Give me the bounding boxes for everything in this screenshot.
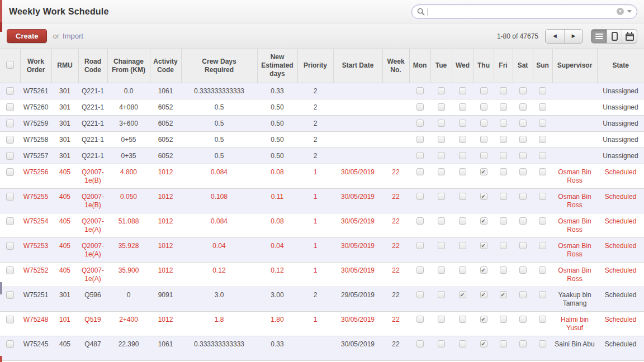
day-checkbox-thu[interactable] [480, 291, 487, 298]
day-checkbox-sat[interactable] [519, 152, 527, 159]
col-priority[interactable]: Priority [297, 49, 333, 83]
day-checkbox-wed[interactable] [459, 291, 466, 298]
col-sun[interactable]: Sun [533, 49, 552, 83]
day-checkbox-sat[interactable] [519, 87, 527, 94]
day-checkbox-wed[interactable] [459, 217, 466, 225]
row-select-checkbox[interactable] [6, 168, 14, 176]
table-row[interactable]: W75245405Q48722.39010610.3333333333330.3… [0, 336, 644, 360]
col-select-all[interactable] [0, 49, 20, 83]
day-checkbox-mon[interactable] [416, 152, 424, 159]
day-checkbox-wed[interactable] [459, 340, 466, 347]
day-checkbox-wed[interactable] [459, 103, 466, 111]
row-select-checkbox[interactable] [6, 152, 14, 160]
day-checkbox-sun[interactable] [539, 87, 546, 94]
day-checkbox-thu[interactable] [480, 103, 487, 111]
day-checkbox-wed[interactable] [459, 266, 466, 274]
day-checkbox-sat[interactable] [519, 316, 527, 323]
day-checkbox-fri[interactable] [500, 316, 507, 323]
col-chainage-from[interactable]: Chainage From (KM) [107, 49, 150, 83]
day-checkbox-mon[interactable] [416, 316, 424, 323]
row-select-checkbox[interactable] [6, 120, 14, 127]
day-checkbox-mon[interactable] [416, 266, 424, 274]
day-checkbox-wed[interactable] [459, 120, 466, 127]
row-select-checkbox[interactable] [6, 316, 14, 323]
day-checkbox-wed[interactable] [459, 168, 466, 175]
table-row[interactable]: W75254405Q2007-1e(A)51.08810120.0840.081… [0, 213, 644, 237]
day-checkbox-sat[interactable] [519, 291, 527, 298]
day-checkbox-wed[interactable] [459, 242, 466, 249]
col-week-no[interactable]: Week No. [382, 49, 409, 83]
row-select-checkbox[interactable] [6, 242, 14, 250]
day-checkbox-mon[interactable] [416, 120, 424, 127]
day-checkbox-sun[interactable] [539, 168, 546, 175]
row-select-checkbox[interactable] [6, 136, 14, 144]
col-fri[interactable]: Fri [494, 49, 513, 83]
day-checkbox-tue[interactable] [438, 340, 445, 347]
day-checkbox-wed[interactable] [459, 87, 466, 94]
table-row[interactable]: W75257301Q221-10+3560520.50.502Unassigne… [0, 147, 644, 164]
col-start-date[interactable]: Start Date [333, 49, 382, 83]
table-row[interactable]: W75258301Q221-10+5560520.50.502Unassigne… [0, 131, 644, 147]
day-checkbox-tue[interactable] [438, 217, 445, 225]
day-checkbox-tue[interactable] [438, 242, 445, 249]
col-mon[interactable]: Mon [409, 49, 430, 83]
day-checkbox-sun[interactable] [539, 103, 546, 111]
day-checkbox-tue[interactable] [438, 120, 445, 127]
day-checkbox-fri[interactable] [500, 103, 507, 111]
col-crew-days-required[interactable]: Crew Days Required [181, 49, 257, 83]
day-checkbox-sun[interactable] [539, 340, 546, 347]
select-all-checkbox[interactable] [6, 61, 14, 69]
day-checkbox-fri[interactable] [500, 120, 507, 127]
row-select-checkbox[interactable] [6, 340, 14, 348]
day-checkbox-thu[interactable] [480, 242, 487, 249]
day-checkbox-sat[interactable] [519, 168, 527, 175]
table-row[interactable]: W75252405Q2007-1e(A)35.90010120.120.1213… [0, 262, 644, 287]
day-checkbox-thu[interactable] [480, 120, 487, 127]
col-work-order[interactable]: Work Order [20, 49, 51, 83]
day-checkbox-tue[interactable] [438, 136, 445, 143]
day-checkbox-sun[interactable] [539, 193, 546, 200]
day-checkbox-thu[interactable] [480, 340, 487, 347]
search-dropdown-icon[interactable] [627, 10, 632, 13]
day-checkbox-sun[interactable] [539, 266, 546, 274]
day-checkbox-mon[interactable] [416, 87, 424, 94]
import-link[interactable]: Import [63, 32, 83, 40]
row-select-checkbox[interactable] [6, 193, 14, 201]
col-tue[interactable]: Tue [430, 49, 452, 83]
col-activity-code[interactable]: Activity Code [150, 49, 181, 83]
day-checkbox-sat[interactable] [519, 340, 527, 347]
table-row[interactable]: W75261301Q221-10.010610.3333333333330.33… [0, 83, 644, 99]
day-checkbox-thu[interactable] [480, 193, 487, 200]
day-checkbox-fri[interactable] [500, 242, 507, 249]
day-checkbox-fri[interactable] [500, 136, 507, 143]
day-checkbox-sat[interactable] [519, 120, 527, 127]
day-checkbox-tue[interactable] [438, 152, 445, 159]
row-select-checkbox[interactable] [6, 87, 14, 95]
day-checkbox-thu[interactable] [480, 152, 487, 159]
pager-prev-button[interactable]: ◄ [546, 30, 564, 43]
pager-next-button[interactable]: ► [564, 30, 583, 43]
day-checkbox-wed[interactable] [459, 193, 466, 200]
day-checkbox-thu[interactable] [480, 217, 487, 225]
day-checkbox-sun[interactable] [539, 152, 546, 159]
day-checkbox-sat[interactable] [519, 103, 527, 111]
day-checkbox-fri[interactable] [500, 168, 507, 175]
clear-search-icon[interactable]: × [617, 8, 624, 15]
col-sat[interactable]: Sat [513, 49, 533, 83]
col-state[interactable]: State [597, 49, 644, 83]
day-checkbox-thu[interactable] [480, 316, 487, 323]
list-view-button[interactable] [591, 30, 607, 43]
day-checkbox-mon[interactable] [416, 168, 424, 175]
day-checkbox-mon[interactable] [416, 340, 424, 347]
day-checkbox-sun[interactable] [539, 291, 546, 298]
day-checkbox-sat[interactable] [519, 136, 527, 143]
table-row[interactable]: W75253405Q2007-1e(A)35.92810120.040.0413… [0, 237, 644, 262]
day-checkbox-thu[interactable] [480, 136, 487, 143]
day-checkbox-tue[interactable] [438, 168, 445, 175]
search-input[interactable] [428, 8, 617, 16]
col-thu[interactable]: Thu [473, 49, 494, 83]
day-checkbox-mon[interactable] [416, 193, 424, 200]
table-row[interactable]: W75248101Q5192+40010121.81.80130/05/2019… [0, 311, 644, 336]
day-checkbox-sat[interactable] [519, 217, 527, 225]
calendar-view-button[interactable] [622, 30, 637, 43]
